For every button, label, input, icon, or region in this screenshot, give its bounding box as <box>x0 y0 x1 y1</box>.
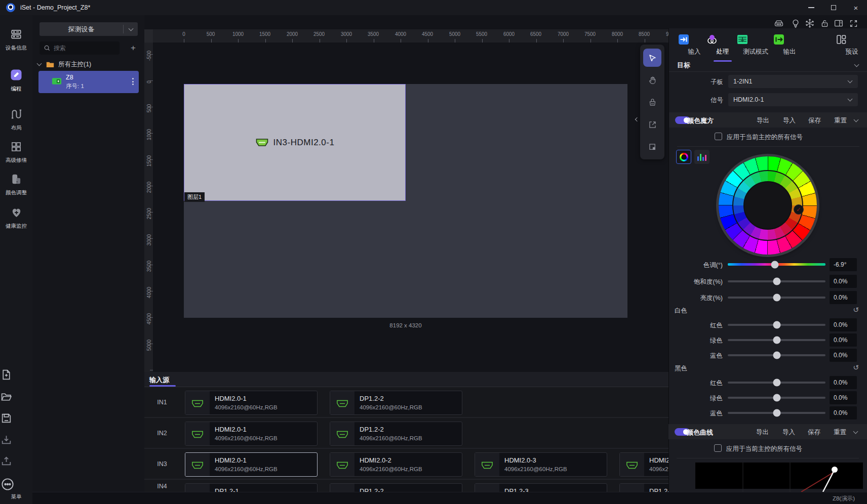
layer-rect[interactable]: IN3-HDMI2.0-1 <box>184 84 406 201</box>
source-card[interactable]: HDMI2.0-14096x2160@60Hz,RGB <box>185 391 318 415</box>
ruler-corner <box>144 29 153 43</box>
layer-source-name: IN3-HDMI2.0-1 <box>273 138 335 148</box>
add-device-button[interactable]: + <box>127 41 140 55</box>
source-card[interactable]: HDMI2.0-34096x2160@60Hz,RGB <box>475 452 607 477</box>
black-green-slider[interactable] <box>728 397 825 399</box>
source-card[interactable]: HDMI2.0-24096x2160@60Hz,RGB <box>330 452 462 477</box>
bulb-icon[interactable] <box>791 19 801 28</box>
ruler-horizontal: 0 500 1000 1500 2000 2500 3000 3500 4000… <box>144 29 668 43</box>
device-more-icon[interactable] <box>132 78 134 85</box>
tree-expand-icon[interactable] <box>37 61 42 66</box>
tree-root-label: 所有主控(1) <box>58 60 91 69</box>
chevron-down-icon[interactable] <box>854 117 859 122</box>
device-info-icon <box>10 28 23 41</box>
white-blue-slider[interactable] <box>728 354 825 356</box>
histogram-mode-button[interactable] <box>694 150 710 164</box>
tab-preset[interactable]: 预设 <box>835 33 867 56</box>
brightness-value[interactable]: 0.0% <box>830 291 857 304</box>
device-item-z8[interactable]: Z8 序号: 1 <box>38 71 139 93</box>
search-icon <box>44 45 51 52</box>
panel-layout-icon[interactable] <box>834 19 844 28</box>
white-red-slider-row: 红色 0.0% <box>668 318 867 331</box>
open-project-button[interactable] <box>0 391 32 403</box>
saturation-slider[interactable] <box>728 280 825 282</box>
source-card[interactable]: HDMI2.0-44096x2160@60Hz,RGB <box>619 452 668 477</box>
folder-icon <box>46 61 54 68</box>
maximize-button[interactable] <box>822 0 845 15</box>
import-button[interactable]: 导入 <box>782 428 795 437</box>
search-input[interactable]: 搜索 <box>40 41 120 55</box>
board-select[interactable]: 1-2IN1 <box>728 75 858 88</box>
saturation-value[interactable]: 0.0% <box>830 275 857 288</box>
pan-tool-button[interactable] <box>643 71 661 89</box>
brightness-slider[interactable] <box>728 297 825 299</box>
tab-input-sources[interactable]: 输入源 <box>149 375 169 385</box>
source-card[interactable]: DP1.2-1 <box>185 483 318 492</box>
export-button[interactable]: 导出 <box>757 116 769 125</box>
sidebar-item-advanced-repair[interactable]: 高级修缮 <box>0 140 32 164</box>
source-card[interactable]: DP1.2-24096x2160@60Hz,RGB <box>330 391 462 415</box>
wheel-mode-button[interactable] <box>676 150 691 164</box>
detect-devices-button[interactable]: 探测设备 <box>40 22 138 36</box>
save-button[interactable]: 保存 <box>808 116 821 125</box>
reset-button[interactable]: 重置 <box>834 428 846 437</box>
target-section-header[interactable]: 目标 <box>669 58 867 72</box>
board-row: 子板 1-2IN1 <box>669 75 867 88</box>
sidebar-item-programming[interactable]: 编程 <box>0 68 32 93</box>
import-button[interactable] <box>0 434 32 446</box>
resize-tool-button[interactable] <box>643 115 661 134</box>
signal-select[interactable]: HDMI2.0-1 <box>728 93 858 106</box>
reset-white-icon[interactable]: ↺ <box>853 306 859 314</box>
source-card[interactable]: DP1.2-24096x2160@60Hz,RGB <box>330 422 462 446</box>
minimize-button[interactable] <box>800 0 822 15</box>
color-wheel[interactable]: ✓ <box>719 156 817 255</box>
layer-tool-button[interactable] <box>643 138 661 156</box>
black-red-slider[interactable] <box>728 382 825 384</box>
source-card[interactable]: HDMI2.0-14096x2160@60Hz,RGB <box>185 422 318 446</box>
input-source-panel: 输入源 IN1 HDMI2.0-14096x2160@60Hz,RGB DP1.… <box>144 372 668 492</box>
save-project-button[interactable] <box>0 412 32 425</box>
sidebar-item-health-monitor[interactable]: 健康监控 <box>0 205 32 230</box>
curve-editor[interactable] <box>695 463 863 489</box>
hue-value[interactable]: -6.9° <box>830 258 857 271</box>
source-card-selected[interactable]: HDMI2.0-14096x2160@60Hz,RGB <box>185 452 318 477</box>
black-blue-slider[interactable] <box>728 412 825 414</box>
clear-tool-button[interactable] <box>643 93 661 111</box>
chevron-down-icon[interactable] <box>124 28 138 30</box>
device-toolbar-icon[interactable] <box>774 19 784 28</box>
source-card[interactable]: DP1.2-3 <box>475 483 607 492</box>
reset-black-icon[interactable]: ↺ <box>853 363 859 371</box>
freeze-icon[interactable] <box>805 19 815 28</box>
export-button[interactable] <box>0 455 32 468</box>
apply-all-checkbox[interactable] <box>715 133 722 140</box>
source-card[interactable]: DP1.2-2 <box>330 483 462 492</box>
sidebar-item-layout[interactable]: 布局 <box>0 107 32 132</box>
tab-process[interactable]: 处理 <box>706 33 739 56</box>
lock-icon[interactable] <box>819 19 830 28</box>
hue-slider[interactable] <box>728 263 825 266</box>
source-card[interactable]: DP1.2-4 <box>619 483 668 492</box>
menu-button[interactable]: 菜单 <box>0 477 32 500</box>
tab-test-pattern[interactable]: 测试模式 <box>736 33 775 56</box>
close-button[interactable]: × <box>845 0 867 15</box>
fullscreen-icon[interactable] <box>848 19 858 28</box>
reset-button[interactable]: 重置 <box>834 116 847 125</box>
export-button[interactable]: 导出 <box>756 428 769 437</box>
device-serial: 序号: 1 <box>66 82 84 90</box>
tree-root-row[interactable]: 所有主控(1) <box>37 60 91 69</box>
apply-all-checkbox[interactable] <box>714 444 722 452</box>
save-button[interactable]: 保存 <box>808 428 820 437</box>
import-button[interactable]: 导入 <box>783 116 796 125</box>
sidebar-item-device-info[interactable]: 设备信息 <box>0 28 32 52</box>
canvas-tool-palette <box>640 45 664 159</box>
select-tool-button[interactable] <box>643 49 661 67</box>
chevron-down-icon[interactable] <box>853 429 858 434</box>
white-green-slider[interactable] <box>728 339 825 341</box>
connector-icon <box>185 484 210 492</box>
hue-marker-icon[interactable]: ✓ <box>794 204 804 215</box>
white-red-slider[interactable] <box>728 324 825 326</box>
sidebar-item-color-adjust[interactable]: 颜色调整 <box>0 173 32 196</box>
new-file-button[interactable] <box>0 368 32 381</box>
palette-collapse-icon[interactable] <box>636 115 641 123</box>
tab-output[interactable]: 输出 <box>773 33 806 56</box>
